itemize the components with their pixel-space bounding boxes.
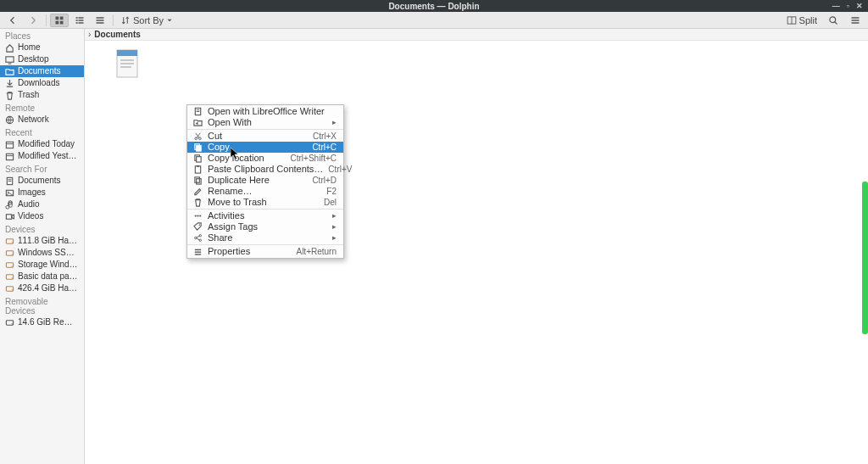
- menu-item-cut[interactable]: CutCtrl+X: [187, 131, 343, 142]
- svg-rect-70: [194, 249, 200, 250]
- menu-item-label: Assign Tags: [208, 221, 327, 232]
- sidebar-item-label: Storage Windows: [18, 260, 79, 270]
- sidebar-item-label: Videos: [18, 211, 43, 221]
- sidebar-item-trash[interactable]: Trash: [0, 89, 84, 101]
- menu-item-rename-[interactable]: Rename…F2: [187, 186, 343, 197]
- icons-view-button[interactable]: [50, 14, 69, 27]
- menu-item-move-to-trash[interactable]: Move to TrashDel: [187, 197, 343, 208]
- svg-rect-0: [56, 16, 59, 20]
- sidebar-item-windows-ssd-storage[interactable]: Windows SSD storage: [0, 247, 84, 259]
- menu-item-label: Properties: [208, 246, 291, 257]
- sidebar-item-basic-data-partition[interactable]: Basic data partition: [0, 271, 84, 282]
- sidebar-item-modified-today[interactable]: Modified Today: [0, 138, 84, 150]
- hdd-icon: [5, 284, 14, 293]
- audio-icon: [5, 200, 14, 210]
- sidebar-item-label: Images: [18, 187, 46, 198]
- details-view-button[interactable]: [91, 14, 109, 27]
- sidebar-item-desktop[interactable]: Desktop: [0, 53, 84, 65]
- close-button[interactable]: ✕: [854, 2, 865, 10]
- minimize-button[interactable]: —: [831, 2, 842, 10]
- svg-rect-17: [852, 17, 860, 19]
- svg-rect-32: [6, 214, 11, 219]
- svg-rect-5: [79, 17, 84, 19]
- svg-rect-72: [194, 254, 200, 254]
- menu-item-copy-location[interactable]: Copy locationCtrl+Shift+C: [187, 153, 343, 164]
- svg-rect-6: [76, 20, 78, 21]
- toolbar-separator: [46, 14, 47, 26]
- sidebar-item-documents[interactable]: Documents: [0, 65, 84, 77]
- file-area[interactable]: Open with LibreOffice WriterOpen With▸Cu…: [85, 41, 868, 464]
- menu-item-paste-clipboard-contents-[interactable]: Paste Clipboard Contents…Ctrl+V: [187, 164, 343, 175]
- svg-point-64: [197, 215, 198, 216]
- search-button[interactable]: [824, 14, 843, 27]
- menu-item-copy[interactable]: CopyCtrl+C: [187, 142, 343, 153]
- svg-rect-10: [97, 17, 104, 19]
- svg-point-36: [12, 254, 13, 254]
- sidebar-item-network[interactable]: Network: [0, 114, 84, 126]
- breadcrumb-location[interactable]: Documents: [94, 30, 140, 39]
- sidebar-item-modified-yesterday[interactable]: Modified Yesterday: [0, 150, 84, 162]
- svg-rect-7: [79, 20, 84, 21]
- sidebar-section-devices: Devices: [0, 222, 84, 235]
- tag-icon: [192, 222, 203, 232]
- svg-point-15: [830, 16, 836, 22]
- menu-item-shortcut: Ctrl+Shift+C: [291, 153, 337, 164]
- sidebar: PlacesHomeDesktopDocumentsDownloadsTrash…: [0, 29, 85, 464]
- svg-point-65: [199, 215, 201, 216]
- svg-point-66: [198, 224, 199, 225]
- sidebar-item-storage-windows[interactable]: Storage Windows: [0, 259, 84, 271]
- menu-item-duplicate-here[interactable]: Duplicate HereCtrl+D: [187, 175, 343, 186]
- menu-item-activities[interactable]: Activities▸: [187, 210, 343, 221]
- sidebar-item-label: Documents: [18, 66, 61, 76]
- sidebar-section-remote: Remote: [0, 101, 84, 114]
- menu-item-shortcut: Alt+Return: [296, 246, 337, 257]
- sidebar-item-426-4-gib-hard-drive[interactable]: 426.4 GiB Hard Drive: [0, 282, 84, 294]
- properties-icon: [192, 247, 203, 257]
- desktop-icon: [5, 55, 14, 64]
- svg-rect-9: [79, 22, 84, 24]
- menu-item-properties[interactable]: PropertiesAlt+Return: [187, 246, 343, 257]
- breadcrumb[interactable]: › Documents: [85, 29, 868, 41]
- sidebar-item-label: Documents: [18, 176, 61, 186]
- menu-item-assign-tags[interactable]: Assign Tags▸: [187, 221, 343, 232]
- back-button[interactable]: [3, 14, 22, 27]
- sidebar-item-111-8-gib-hard-drive[interactable]: 111.8 GiB Hard Drive: [0, 235, 84, 247]
- cut-icon: [192, 131, 203, 142]
- sidebar-item-label: Basic data partition: [18, 271, 79, 282]
- sort-by-button[interactable]: Sort By: [117, 14, 176, 27]
- scrollbar[interactable]: [862, 182, 868, 334]
- sidebar-item-14-6-gib-removable-media[interactable]: 14.6 GiB Removable Media: [0, 316, 84, 328]
- copy-icon: [192, 154, 203, 164]
- menu-button[interactable]: [846, 14, 865, 27]
- menu-item-open-with[interactable]: Open With▸: [187, 117, 343, 128]
- sidebar-item-videos[interactable]: Videos: [0, 210, 84, 222]
- sidebar-item-downloads[interactable]: Downloads: [0, 77, 84, 89]
- forward-button[interactable]: [24, 14, 42, 27]
- sidebar-item-images[interactable]: Images: [0, 187, 84, 198]
- svg-rect-59: [195, 166, 200, 173]
- toolbar: Sort By Split: [0, 12, 868, 29]
- submenu-arrow-icon: ▸: [332, 221, 337, 232]
- rename-icon: [192, 187, 203, 197]
- menu-item-label: Rename…: [208, 186, 321, 197]
- window-title: Documents — Dolphin: [388, 2, 479, 11]
- menu-item-open-with-libreoffice-writer[interactable]: Open with LibreOffice Writer: [187, 106, 343, 117]
- menu-separator: [187, 244, 343, 245]
- titlebar: Documents — Dolphin — ▫ ✕: [0, 0, 868, 12]
- compact-view-button[interactable]: [70, 14, 89, 27]
- maximize-button[interactable]: ▫: [845, 2, 851, 10]
- svg-point-63: [194, 215, 196, 216]
- text-file-icon: [114, 49, 140, 78]
- file-item[interactable]: [100, 49, 154, 78]
- sidebar-item-audio[interactable]: Audio: [0, 198, 84, 210]
- menu-item-label: Move to Trash: [208, 197, 319, 208]
- split-button[interactable]: Split: [783, 14, 821, 27]
- menu-item-share[interactable]: Share▸: [187, 232, 343, 243]
- sidebar-item-documents[interactable]: Documents: [0, 175, 84, 187]
- sidebar-item-label: Modified Today: [18, 139, 75, 149]
- svg-rect-11: [97, 20, 104, 21]
- svg-point-34: [12, 242, 13, 243]
- clock-icon: [5, 140, 14, 149]
- sidebar-item-home[interactable]: Home: [0, 42, 84, 53]
- submenu-arrow-icon: ▸: [332, 210, 337, 221]
